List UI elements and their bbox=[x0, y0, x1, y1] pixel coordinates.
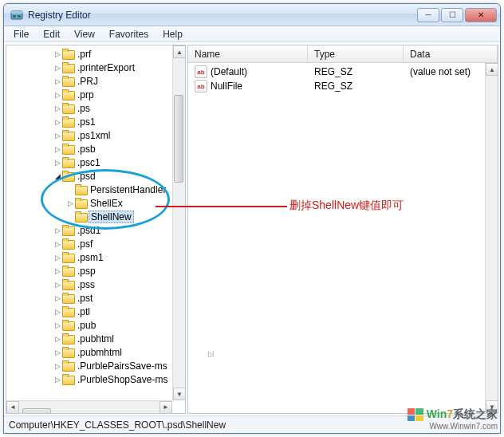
expand-icon[interactable]: ▷ bbox=[53, 253, 62, 262]
tree-node[interactable]: ▷.ptl bbox=[6, 305, 172, 318]
tree-viewport[interactable]: ▷.prf▷.printerExport▷.PRJ▷.prp▷.ps▷.ps1▷… bbox=[6, 45, 172, 400]
menu-help[interactable]: Help bbox=[156, 27, 189, 41]
status-bar: Computer\HKEY_CLASSES_ROOT\.psd\ShellNew bbox=[4, 415, 500, 433]
close-button[interactable]: ✕ bbox=[465, 8, 497, 22]
column-name[interactable]: Name bbox=[188, 45, 308, 62]
expand-icon[interactable]: ▷ bbox=[53, 334, 62, 344]
scroll-thumb-horizontal[interactable] bbox=[22, 408, 51, 415]
collapse-icon[interactable]: ◢ bbox=[53, 171, 62, 181]
tree-node[interactable]: ShellNew bbox=[6, 210, 172, 223]
menubar: File Edit View Favorites Help bbox=[4, 26, 500, 42]
menu-edit[interactable]: Edit bbox=[37, 27, 66, 41]
folder-icon bbox=[62, 252, 75, 263]
toggle-none bbox=[65, 212, 75, 222]
tree-node[interactable]: ▷ShellEx bbox=[6, 196, 172, 210]
expand-icon[interactable]: ▷ bbox=[53, 307, 62, 317]
tree-node[interactable]: ▷.pub bbox=[6, 318, 172, 332]
menu-favorites[interactable]: Favorites bbox=[103, 27, 155, 41]
tree-node[interactable]: ▷.pubmhtml bbox=[6, 345, 172, 359]
tree-node[interactable]: ▷.psf bbox=[6, 237, 172, 250]
values-pane: Name Type Data ab(Default)REG_SZ(value n… bbox=[187, 45, 498, 414]
tree-node[interactable]: ▷.PRJ bbox=[6, 74, 172, 88]
folder-icon bbox=[62, 130, 75, 141]
minimize-button[interactable]: ─ bbox=[417, 8, 439, 22]
expand-icon[interactable]: ▷ bbox=[53, 117, 62, 127]
status-path: Computer\HKEY_CLASSES_ROOT\.psd\ShellNew bbox=[9, 419, 226, 431]
toggle-none bbox=[65, 185, 75, 195]
tree-node[interactable]: ◢.psd bbox=[6, 169, 172, 183]
tree-node[interactable]: ▷.pubhtml bbox=[6, 332, 172, 345]
expand-icon[interactable]: ▷ bbox=[53, 158, 62, 167]
values-list[interactable]: ab(Default)REG_SZ(value not set)abNullFi… bbox=[188, 63, 498, 413]
scroll-down-button[interactable]: ▼ bbox=[486, 400, 498, 413]
tree-horizontal-scrollbar[interactable]: ◄ ► bbox=[6, 400, 172, 413]
expand-icon[interactable]: ▷ bbox=[53, 348, 62, 357]
scroll-left-button[interactable]: ◄ bbox=[6, 401, 19, 414]
expand-icon[interactable]: ▷ bbox=[53, 63, 62, 73]
tree-node[interactable]: ▷.psd1 bbox=[6, 223, 172, 237]
tree-node-label: .PurbleShopSave-ms bbox=[77, 374, 167, 385]
tree-node[interactable]: ▷.PurbleShopSave-ms bbox=[6, 372, 172, 386]
tree-vertical-scrollbar[interactable]: ▲ ▼ bbox=[172, 45, 185, 400]
folder-icon bbox=[62, 293, 75, 304]
expand-icon[interactable]: ▷ bbox=[53, 131, 62, 140]
titlebar[interactable]: Registry Editor ─ ☐ ✕ bbox=[4, 4, 500, 26]
tree-node-label: .ps1xml bbox=[77, 130, 110, 141]
tree-node[interactable]: ▷.ps1xml bbox=[6, 128, 172, 142]
scroll-up-button[interactable]: ▲ bbox=[486, 63, 498, 76]
folder-icon bbox=[62, 116, 75, 128]
folder-icon bbox=[62, 238, 75, 250]
folder-icon bbox=[62, 320, 75, 331]
expand-icon[interactable]: ▷ bbox=[53, 77, 62, 86]
folder-icon bbox=[62, 266, 75, 277]
menu-view[interactable]: View bbox=[68, 27, 101, 41]
tree-node[interactable]: PersistentHandler bbox=[6, 183, 172, 196]
string-value-icon: ab bbox=[195, 80, 207, 93]
expand-icon[interactable]: ▷ bbox=[53, 90, 62, 100]
maximize-button[interactable]: ☐ bbox=[441, 8, 463, 22]
expand-icon[interactable]: ▷ bbox=[65, 199, 75, 208]
column-data[interactable]: Data bbox=[404, 45, 498, 62]
tree-node-label: .ps bbox=[77, 103, 90, 114]
tree-node[interactable]: ▷.ps1 bbox=[6, 115, 172, 128]
folder-icon bbox=[62, 103, 75, 114]
tree-node[interactable]: ▷.psp bbox=[6, 264, 172, 278]
tree-node-label: .pubmhtml bbox=[77, 347, 122, 358]
list-row[interactable]: ab(Default)REG_SZ(value not set) bbox=[188, 65, 498, 79]
expand-icon[interactable]: ▷ bbox=[53, 321, 62, 330]
expand-icon[interactable]: ▷ bbox=[53, 49, 62, 59]
expand-icon[interactable]: ▷ bbox=[53, 239, 62, 249]
menu-file[interactable]: File bbox=[7, 27, 35, 41]
expand-icon[interactable]: ▷ bbox=[53, 280, 62, 289]
expand-icon[interactable]: ▷ bbox=[53, 361, 62, 371]
tree-node[interactable]: ▷.psm1 bbox=[6, 250, 172, 264]
expand-icon[interactable]: ▷ bbox=[53, 293, 62, 303]
scroll-down-button[interactable]: ▼ bbox=[173, 388, 186, 400]
tree-node-label: .pub bbox=[77, 320, 96, 331]
scroll-right-button[interactable]: ► bbox=[159, 401, 172, 414]
tree-node[interactable]: ▷.pst bbox=[6, 291, 172, 305]
expand-icon[interactable]: ▷ bbox=[53, 104, 62, 113]
tree-node[interactable]: ▷.psc1 bbox=[6, 156, 172, 169]
scroll-thumb-vertical[interactable] bbox=[174, 95, 183, 183]
tree-node[interactable]: ▷.PurblePairsSave-ms bbox=[6, 359, 172, 372]
value-type: REG_SZ bbox=[308, 81, 404, 92]
column-type[interactable]: Type bbox=[308, 45, 404, 62]
folder-icon bbox=[62, 171, 75, 182]
scroll-up-button[interactable]: ▲ bbox=[173, 45, 186, 58]
tree-node[interactable]: ▷.psb bbox=[6, 142, 172, 156]
expand-icon[interactable]: ▷ bbox=[53, 144, 62, 154]
expand-icon[interactable]: ▷ bbox=[53, 266, 62, 276]
tree-node[interactable]: ▷.printerExport bbox=[6, 61, 172, 74]
values-vertical-scrollbar[interactable]: ▲ ▼ bbox=[485, 63, 498, 413]
tree-node[interactable]: ▷.ps bbox=[6, 101, 172, 115]
tree-node[interactable]: ▷.prp bbox=[6, 88, 172, 101]
regedit-icon bbox=[10, 9, 23, 22]
tree-node[interactable]: ▷.prf bbox=[6, 47, 172, 61]
value-name: NullFile bbox=[211, 81, 242, 92]
expand-icon[interactable]: ▷ bbox=[53, 226, 62, 235]
folder-icon bbox=[62, 306, 75, 317]
list-row[interactable]: abNullFileREG_SZ bbox=[188, 79, 498, 93]
expand-icon[interactable]: ▷ bbox=[53, 375, 62, 384]
tree-node[interactable]: ▷.pss bbox=[6, 278, 172, 291]
